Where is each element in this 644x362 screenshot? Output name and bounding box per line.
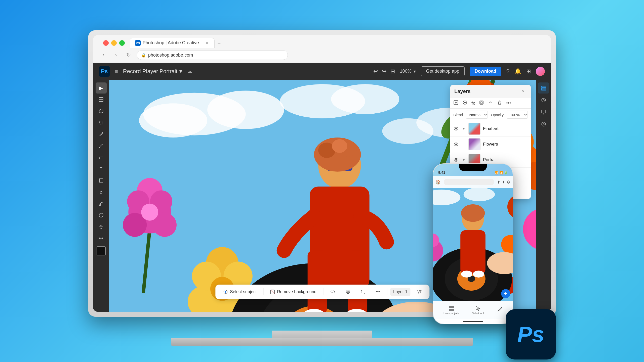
svg-point-94 — [225, 291, 226, 293]
svg-point-28 — [137, 178, 163, 204]
layer-expand-placeholder — [461, 142, 466, 147]
marquee-tool[interactable] — [96, 117, 107, 128]
phone-bottom-nav: Learn projects Select tool — [433, 301, 513, 319]
new-tab-button[interactable]: + — [215, 39, 224, 48]
comments-panel-toggle[interactable] — [538, 107, 549, 118]
user-avatar[interactable] — [536, 67, 545, 76]
close-traffic-light[interactable] — [103, 40, 109, 46]
layer-expand-icon[interactable]: ▾ — [461, 158, 466, 162]
address-bar[interactable]: 🔒 photoshop.adobe.com — [137, 50, 288, 60]
transform-tool[interactable] — [96, 94, 107, 105]
delete-layer-icon[interactable] — [497, 100, 502, 106]
paint-bucket-tool[interactable] — [96, 187, 107, 198]
zoom-dropdown-icon[interactable]: ▾ — [414, 69, 416, 74]
back-button[interactable]: ‹ — [99, 51, 108, 59]
new-layer-icon[interactable] — [453, 100, 458, 106]
phone-nav-item-pen[interactable] — [496, 306, 502, 313]
phone-app-header: 🏠 ⬆ ✦ ⚙ — [433, 176, 513, 188]
layer-expand-icon[interactable]: ▾ — [461, 126, 466, 131]
download-button[interactable]: Download — [470, 67, 501, 76]
fx-icon[interactable]: fx — [471, 101, 475, 106]
svg-point-79 — [464, 102, 466, 103]
brush-tool[interactable] — [96, 140, 107, 151]
tab-close-button[interactable]: × — [205, 41, 209, 45]
select-subject-button[interactable]: Select subject — [219, 287, 260, 296]
foreground-color[interactable] — [97, 246, 106, 255]
circle-select-tool[interactable] — [96, 210, 107, 221]
more-options-button[interactable]: ••• — [372, 287, 384, 297]
toolbar-divider — [387, 288, 387, 295]
adjustments-panel-toggle[interactable] — [538, 95, 549, 106]
phone-header-settings-icon[interactable]: ⚙ — [507, 180, 510, 185]
lock-icon: 🔒 — [141, 53, 146, 58]
phone-nav-item-select[interactable]: Select tool — [472, 305, 484, 315]
shape-tool[interactable] — [96, 175, 107, 186]
opacity-select[interactable]: 100% — [507, 111, 528, 119]
layer-item[interactable]: ▾ Final art — [450, 121, 531, 137]
dropdown-icon[interactable]: ▾ — [179, 68, 182, 75]
adjustment-icon[interactable] — [488, 100, 493, 106]
svg-point-66 — [314, 138, 361, 172]
redo-button[interactable]: ↪ — [382, 68, 386, 75]
apps-grid-icon[interactable]: ⊞ — [526, 68, 531, 75]
minimize-traffic-light[interactable] — [111, 40, 117, 46]
eyedropper-tool[interactable] — [96, 198, 107, 209]
remove-background-button[interactable]: Remove background — [266, 287, 320, 296]
browser-tabs: Ps Photoshop | Adobe Creative... × + — [93, 35, 551, 48]
svg-line-96 — [270, 290, 274, 294]
layers-close-button[interactable]: × — [520, 88, 527, 95]
phone-home-indicator — [433, 319, 513, 324]
svg-rect-108 — [541, 88, 546, 89]
get-desktop-app-button[interactable]: Get desktop app — [421, 66, 465, 76]
svg-point-16 — [139, 103, 207, 138]
lasso-tool[interactable] — [96, 106, 107, 117]
crop-button[interactable] — [357, 287, 369, 296]
phone-nav-item-layers[interactable]: Learn projects — [444, 305, 459, 315]
more-layers-icon[interactable]: ••• — [506, 101, 511, 106]
eraser-tool[interactable] — [96, 152, 107, 163]
maximize-traffic-light[interactable] — [119, 40, 125, 46]
phone-header-share-icon[interactable]: ⬆ — [497, 180, 500, 185]
browser-tab-active[interactable]: Ps Photoshop | Adobe Creative... × — [130, 38, 215, 48]
neural-filter-button[interactable] — [342, 287, 354, 296]
phone-header-magic-icon[interactable]: ✦ — [502, 180, 505, 185]
blend-label: Blend — [453, 113, 463, 117]
notifications-icon[interactable]: 🔔 — [514, 68, 521, 75]
move-tool[interactable] — [96, 221, 107, 232]
ps-left-toolbar: ▶ — [93, 80, 109, 312]
split-view-button[interactable]: ⊟ — [390, 68, 395, 75]
undo-button[interactable]: ↩ — [373, 68, 378, 75]
menu-icon[interactable]: ≡ — [115, 68, 118, 75]
pen-tool[interactable] — [96, 129, 107, 140]
zoom-value: 100% — [400, 69, 412, 74]
select-tool[interactable]: ▶ — [96, 82, 107, 94]
svg-point-30 — [153, 213, 177, 237]
reload-button[interactable]: ↻ — [124, 51, 133, 59]
text-tool[interactable]: T — [96, 163, 107, 174]
layer-thumbnail — [468, 138, 480, 150]
svg-point-68 — [340, 141, 357, 157]
zoom-control[interactable]: 100% ▾ — [400, 69, 416, 74]
phone-device: 9:41 📶 📶 🔋 🏠 ⬆ ✦ ⚙ — [433, 163, 513, 324]
smart-object-icon[interactable] — [479, 100, 484, 106]
more-tools[interactable]: ••• — [96, 233, 107, 244]
layer-visibility-toggle[interactable] — [453, 157, 459, 163]
svg-rect-81 — [480, 102, 482, 104]
phone-header-home-icon[interactable]: 🏠 — [436, 180, 441, 185]
help-icon[interactable]: ? — [506, 68, 509, 75]
contextual-toolbar: Select subject Remove background — [215, 285, 429, 299]
forward-button[interactable]: › — [112, 51, 120, 59]
mask-icon[interactable] — [462, 100, 467, 106]
layer-options-button[interactable] — [414, 287, 426, 296]
layer-visibility-toggle[interactable] — [453, 126, 459, 131]
phone-add-button[interactable]: + — [501, 289, 510, 298]
phone-screen: 9:41 📶 📶 🔋 🏠 ⬆ ✦ ⚙ — [433, 164, 513, 324]
layer-item[interactable]: Flowers — [450, 137, 531, 152]
generative-fill-button[interactable] — [326, 287, 339, 297]
history-panel-toggle[interactable] — [538, 119, 549, 130]
blend-mode-select[interactable]: Normal — [466, 111, 488, 119]
layers-panel-toggle[interactable] — [538, 82, 549, 94]
svg-rect-63 — [308, 250, 327, 312]
svg-point-57 — [284, 306, 344, 312]
layer-visibility-toggle[interactable] — [453, 142, 459, 147]
